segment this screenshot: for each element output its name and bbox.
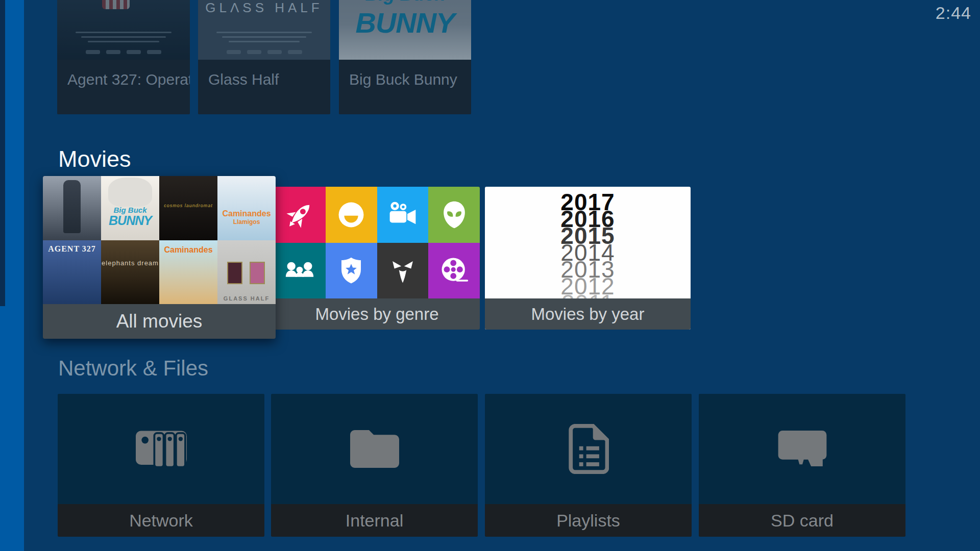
comedy-smile-icon <box>336 200 366 230</box>
media-center-home-screen: 2:44 Agent 327: Operat… GLΛSS HALF Glass… <box>0 0 980 551</box>
movie-card-glass-half[interactable]: GLΛSS HALF Glass Half <box>198 0 330 114</box>
poster-cosmos-laundromat-clouds <box>43 176 101 240</box>
card-label-playlists: Playlists <box>485 504 692 537</box>
section-title-network-files: Network & Files <box>58 356 208 381</box>
genre-tile-alien <box>428 187 480 243</box>
poster-logos <box>57 50 190 54</box>
poster-text: AGENT 327 <box>43 244 101 254</box>
internal-storage-card[interactable]: Internal <box>271 394 478 537</box>
poster-cosmos-laundromat-jacket: cosmos laundromat <box>159 176 217 240</box>
movie-poster-agent-327 <box>57 0 190 60</box>
poster-collage: Big Buck BUNNY cosmos laundromat Caminan… <box>43 176 276 304</box>
card-body <box>271 394 478 504</box>
movies-by-year-card[interactable]: 2017 2016 2015 2014 2013 2012 2011 Movie… <box>485 187 691 330</box>
card-label-internal: Internal <box>271 504 478 537</box>
poster-elephants-dream: elephants dream <box>101 240 159 305</box>
poster-art <box>102 0 130 9</box>
sd-card-card[interactable]: SD card <box>699 394 905 537</box>
movie-title: Glass Half <box>198 60 330 114</box>
genre-tile-grid <box>274 187 480 298</box>
card-label-network: Network <box>58 504 264 537</box>
movie-camera-icon <box>388 200 418 230</box>
playlist-document-icon <box>568 424 609 474</box>
poster-text: GLASS HALF <box>217 295 276 302</box>
poster-title-text: GLΛSS HALF <box>198 0 330 16</box>
rocket-icon <box>285 200 314 230</box>
poster-text: elephants dream <box>101 259 159 267</box>
card-body <box>485 394 692 504</box>
movie-card-big-buck-bunny[interactable]: Big Buck BUNNY Big Buck Bunny <box>339 0 471 114</box>
poster-text: Caminandes <box>217 209 276 218</box>
card-label-sd-card: SD card <box>699 504 905 537</box>
poster-title-line1: Big Buck <box>339 0 471 5</box>
section-title-movies: Movies <box>58 146 131 172</box>
genre-tile-shield-star <box>326 243 377 299</box>
folder-icon <box>350 430 399 468</box>
poster-caminandes-llamigos: Caminandes Llamigos <box>217 176 276 240</box>
movie-card-agent-327[interactable]: Agent 327: Operat… <box>57 0 190 114</box>
card-label-movies-by-genre: Movies by genre <box>274 298 480 330</box>
network-card[interactable]: Network <box>58 394 264 537</box>
card-label-movies-by-year: Movies by year <box>485 298 691 330</box>
movie-title: Big Buck Bunny <box>339 60 471 114</box>
poster-art <box>227 262 242 284</box>
poster-credits <box>198 29 330 45</box>
poster-logos <box>198 50 330 54</box>
card-body <box>699 394 905 504</box>
poster-text: Caminandes <box>159 245 217 255</box>
poster-art <box>250 262 265 284</box>
family-icon <box>284 256 315 285</box>
poster-agent-327: AGENT 327 <box>43 240 101 305</box>
poster-caminandes: Caminandes <box>159 240 217 305</box>
playlists-card[interactable]: Playlists <box>485 394 692 537</box>
all-movies-card[interactable]: Big Buck BUNNY cosmos laundromat Caminan… <box>43 176 276 339</box>
poster-text: cosmos laundromat <box>159 203 217 208</box>
poster-credits <box>57 29 190 45</box>
poster-big-buck-bunny: Big Buck BUNNY <box>101 176 159 240</box>
horror-face-icon <box>388 256 418 285</box>
card-label-all-movies: All movies <box>43 304 276 339</box>
genre-tile-film-reel <box>428 243 480 299</box>
scrollbar-rail <box>0 0 24 551</box>
genre-tile-family <box>274 243 326 299</box>
poster-title-line2: BUNNY <box>339 6 471 39</box>
clock: 2:44 <box>936 3 971 23</box>
movie-poster-big-buck-bunny: Big Buck BUNNY <box>339 0 471 60</box>
movie-title: Agent 327: Operat… <box>57 60 190 114</box>
alien-icon <box>439 200 469 230</box>
genre-tile-comedy <box>326 187 377 243</box>
film-reel-icon <box>439 256 469 285</box>
poster-text: Llamigos <box>217 218 276 226</box>
sd-card-icon <box>778 431 827 467</box>
genre-tile-rocket <box>274 187 326 243</box>
genre-tile-horror <box>377 243 429 299</box>
poster-glass-half: GLASS HALF <box>217 240 276 305</box>
poster-text: BUNNY <box>101 213 159 228</box>
shield-star-icon <box>336 256 366 285</box>
scrollbar-thumb[interactable] <box>0 0 5 306</box>
movie-poster-glass-half: GLΛSS HALF <box>198 0 330 60</box>
movies-by-genre-card[interactable]: Movies by genre <box>274 187 480 330</box>
genre-tile-movie-camera <box>377 187 429 243</box>
card-body <box>58 394 264 504</box>
nas-server-icon <box>136 429 187 469</box>
